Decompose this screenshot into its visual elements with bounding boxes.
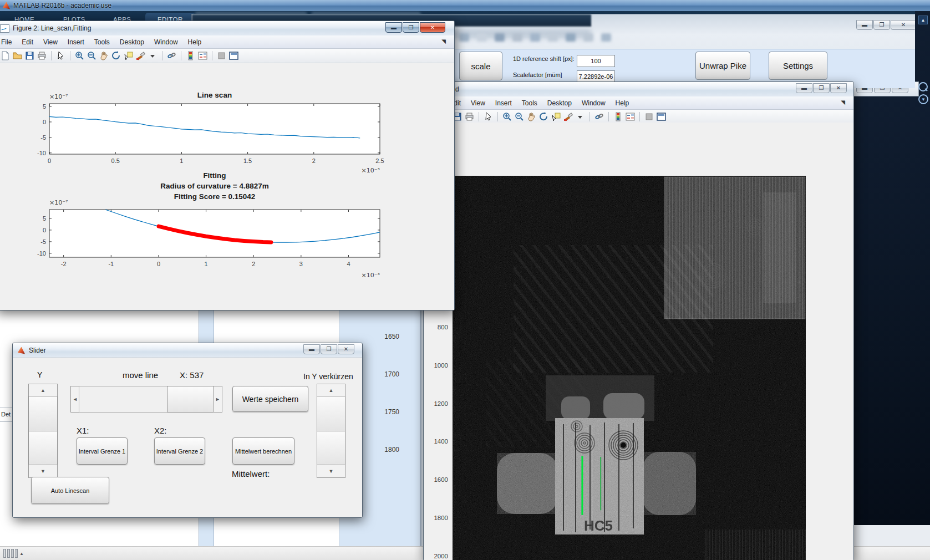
rotate-3d-icon[interactable] [539,112,548,121]
menu-item-edit[interactable]: Edit [17,38,38,46]
minimize-button[interactable]: ▬ [385,22,402,33]
maximize-button[interactable]: ❐ [873,20,890,30]
calc-mean-button[interactable]: Mittelwert berechnen [232,437,294,465]
slider-thumb[interactable] [167,386,214,413]
plain-box-icon[interactable] [644,112,654,121]
grip-arrow-icon: ▴ [21,551,23,556]
figure-icon [0,24,9,33]
zoom-in-icon[interactable] [75,51,84,60]
link-plot-icon[interactable] [167,51,176,60]
edit-arrow-cursor-icon[interactable] [484,112,493,121]
brush-data-icon[interactable] [136,51,145,60]
slider-down-arrow[interactable]: ▼ [317,465,345,478]
maximize-button[interactable]: ❐ [813,83,830,93]
close-button[interactable]: ✕ [338,344,354,354]
matlab-icon [18,347,25,354]
slider-track[interactable] [317,431,345,466]
menu-item-help[interactable]: Help [183,38,207,46]
dropdown-arrow-icon[interactable] [148,51,157,60]
maximize-button[interactable]: ❐ [403,22,419,33]
figure-titlebar[interactable]: Figure 2: Line_scan,Fitting ▬ ❐ ✕ [0,21,454,35]
zoom-in-icon[interactable] [502,112,512,121]
menu-item-tools[interactable]: Tools [89,38,115,46]
menu-item-view[interactable]: View [466,99,490,107]
minimize-button[interactable]: ▬ [303,344,320,354]
search-icon[interactable] [918,82,928,91]
ref-shift-input[interactable]: 100 [577,55,615,67]
pan-hand-icon[interactable] [527,112,536,121]
x-tick-label: 0 [48,157,51,164]
mean-label: Mittelwert: [232,469,270,478]
pan-hand-icon[interactable] [99,51,109,60]
menu-item-file[interactable]: File [0,38,17,46]
insert-colorbar-icon[interactable] [186,51,195,60]
menu-item-desktop[interactable]: Desktop [115,38,149,46]
scale-button[interactable]: scale [459,52,502,80]
x-position-value: X: 537 [180,370,204,380]
maximize-button[interactable]: ❐ [321,344,337,354]
slider-up-arrow[interactable]: ▲ [28,384,58,397]
dock-figure-icon[interactable] [229,51,238,60]
save-figure-icon[interactable] [25,51,34,60]
new-figure-icon[interactable] [1,51,10,60]
collapse-up-icon[interactable]: ▲ [918,16,928,24]
minimize-button[interactable]: ▬ [796,83,812,93]
menu-item-view[interactable]: View [38,38,63,46]
slider-up-arrow[interactable]: ▲ [317,384,345,397]
dock-arrow-icon[interactable]: ◥ [836,99,850,105]
menu-item-desktop[interactable]: Desktop [542,99,577,107]
interval-limit2-button[interactable]: Interval Grenze 2 [154,437,205,465]
slider-thumb[interactable] [28,396,58,431]
data-cursor-icon[interactable] [551,112,561,121]
dock-figure-icon[interactable] [657,112,666,121]
link-plot-icon[interactable] [594,112,604,121]
menu-item-window[interactable]: Window [149,38,183,46]
brush-data-icon[interactable] [563,112,573,121]
figure-menubar: FileEditViewInsertToolsDesktopWindowHelp… [0,35,454,49]
save-values-button[interactable]: Werte speichern [232,386,308,412]
dropdown-arrow-icon[interactable] [576,112,585,121]
menu-item-help[interactable]: Help [611,99,634,107]
open-file-icon[interactable] [13,51,22,60]
interval-limit1-button[interactable]: Interval Grenze 1 [77,437,128,465]
close-button[interactable]: ✕ [891,20,916,30]
edit-arrow-cursor-icon[interactable] [56,51,65,60]
diagonal-fringes [514,245,713,373]
print-figure-icon[interactable] [465,112,474,121]
phase-image-axes[interactable]: HC5 [453,176,806,560]
close-button[interactable]: ✕ [830,83,847,93]
unwrap-pike-button[interactable]: Unwrap Pike [695,52,750,80]
insert-colorbar-icon[interactable] [613,112,623,121]
zoom-out-icon[interactable] [87,51,96,60]
taskbar-grip[interactable]: ▴ [3,549,23,558]
toolbar-separator [162,51,162,60]
menu-item-insert[interactable]: Insert [490,99,517,107]
slider-down-arrow[interactable]: ▼ [28,465,58,478]
slider-track[interactable] [28,431,58,466]
settings-button[interactable]: Settings [769,52,827,80]
menu-item-insert[interactable]: Insert [63,38,89,46]
print-figure-icon[interactable] [37,51,47,60]
insert-legend-icon[interactable] [198,51,207,60]
minimize-button[interactable]: ▬ [856,20,873,30]
auto-linescan-button[interactable]: Auto Linescan [31,477,109,504]
menu-item-tools[interactable]: Tools [517,99,542,107]
slider-thumb[interactable] [317,396,345,431]
y-tick-label: 5 [43,215,46,222]
window-controls: ▬ ❐ ✕ [303,344,354,354]
slider-titlebar[interactable]: Slider ▬ ❐ ✕ [13,343,362,358]
figure-titlebar[interactable]: d ▬ ❐ ✕ [424,82,853,96]
toolbar-separator [608,112,609,121]
slider-right-arrow[interactable]: ► [213,386,222,413]
x-tick-label: 2.5 [375,157,384,164]
scroll-down-icon[interactable]: ▼ [918,94,928,104]
data-cursor-icon[interactable] [124,51,133,60]
scalefactor-input[interactable]: 7.22892e-06 [577,70,615,83]
menu-item-window[interactable]: Window [577,99,611,107]
rotate-3d-icon[interactable] [111,51,121,60]
dock-arrow-icon[interactable]: ◥ [436,38,451,44]
zoom-out-icon[interactable] [515,112,524,121]
close-button[interactable]: ✕ [420,22,445,33]
plain-box-icon[interactable] [217,51,226,60]
insert-legend-icon[interactable] [626,112,635,121]
